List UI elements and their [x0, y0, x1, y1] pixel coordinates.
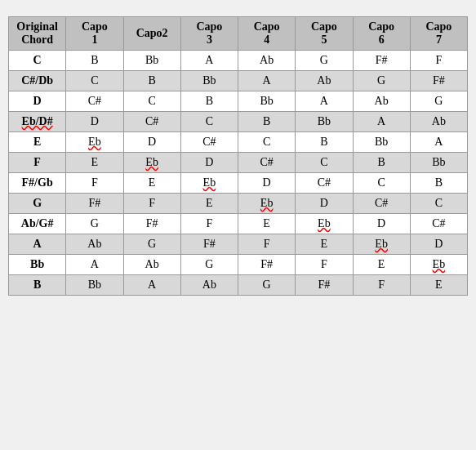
cell-row0-col3: Ab — [238, 51, 296, 71]
table-row: BbAAbGF#FEEb — [9, 255, 468, 275]
cell-row7-col1: F — [123, 194, 180, 214]
cell-row0-col0: B — [66, 51, 123, 71]
cell-row0-col1: Bb — [123, 51, 180, 71]
cell-row5-col2: D — [180, 153, 238, 173]
cell-row10-col1: Ab — [123, 255, 180, 275]
table-row: GF#FEEbDC#C — [9, 194, 468, 214]
cell-row1-col3: A — [238, 71, 296, 91]
cell-row0-col4: G — [296, 51, 353, 71]
table-row: CBBbAAbGF#F — [9, 51, 468, 71]
cell-original-0: C — [9, 51, 66, 71]
cell-row11-col3: G — [238, 275, 296, 296]
cell-row11-col4: F# — [296, 275, 353, 296]
header-original-chord: OriginalChord — [9, 17, 66, 51]
table-row: EEbDC#CBBbA — [9, 132, 468, 153]
table-row: F#/GbFEEbDC#CB — [9, 173, 468, 194]
header-capo-4: Capo4 — [238, 17, 296, 51]
cell-original-4: E — [9, 132, 66, 153]
cell-row4-col2: C# — [180, 132, 238, 153]
cell-row8-col1: F# — [123, 214, 180, 234]
cell-row10-col3: F# — [238, 255, 296, 275]
cell-row11-col1: A — [123, 275, 180, 296]
cell-row7-col4: D — [296, 194, 353, 214]
cell-original-9: A — [9, 234, 66, 255]
cell-row10-col0: A — [66, 255, 123, 275]
cell-original-3: Eb/D# — [9, 112, 66, 132]
table-row: Ab/G#GF#FEEbDC# — [9, 214, 468, 234]
cell-row7-col0: F# — [66, 194, 123, 214]
transposition-table: OriginalChordCapo1Capo2Capo3Capo4Capo5Ca… — [8, 16, 468, 296]
cell-row7-col6: C — [410, 194, 467, 214]
cell-original-8: Ab/G# — [9, 214, 66, 234]
cell-row2-col6: G — [410, 91, 467, 112]
cell-row11-col5: F — [353, 275, 410, 296]
cell-row1-col1: B — [123, 71, 180, 91]
cell-row6-col6: B — [410, 173, 467, 194]
cell-row6-col0: F — [66, 173, 123, 194]
cell-row5-col0: E — [66, 153, 123, 173]
cell-original-6: F#/Gb — [9, 173, 66, 194]
cell-row3-col0: D — [66, 112, 123, 132]
cell-original-11: B — [9, 275, 66, 296]
cell-row4-col0: Eb — [66, 132, 123, 153]
header-capo-3: Capo3 — [180, 17, 238, 51]
cell-original-10: Bb — [9, 255, 66, 275]
cell-row2-col5: Ab — [353, 91, 410, 112]
cell-row8-col2: F — [180, 214, 238, 234]
cell-row5-col5: B — [353, 153, 410, 173]
cell-row5-col3: C# — [238, 153, 296, 173]
cell-row2-col3: Bb — [238, 91, 296, 112]
cell-row11-col6: E — [410, 275, 467, 296]
header-capo-6: Capo6 — [353, 17, 410, 51]
cell-row6-col5: C — [353, 173, 410, 194]
cell-row1-col0: C — [66, 71, 123, 91]
cell-row4-col4: B — [296, 132, 353, 153]
cell-row3-col2: C — [180, 112, 238, 132]
table-row: DC#CBBbAAbG — [9, 91, 468, 112]
cell-row0-col2: A — [180, 51, 238, 71]
cell-row9-col4: E — [296, 234, 353, 255]
cell-row2-col4: A — [296, 91, 353, 112]
cell-row6-col2: Eb — [180, 173, 238, 194]
cell-row9-col6: D — [410, 234, 467, 255]
cell-row2-col2: B — [180, 91, 238, 112]
cell-row0-col6: F — [410, 51, 467, 71]
table-row: FEEbDC#CBBb — [9, 153, 468, 173]
cell-row8-col4: Eb — [296, 214, 353, 234]
cell-original-1: C#/Db — [9, 71, 66, 91]
cell-row4-col3: C — [238, 132, 296, 153]
cell-row10-col5: E — [353, 255, 410, 275]
cell-row4-col6: A — [410, 132, 467, 153]
cell-row6-col4: C# — [296, 173, 353, 194]
cell-row8-col0: G — [66, 214, 123, 234]
header-capo-7: Capo7 — [410, 17, 467, 51]
cell-row7-col5: C# — [353, 194, 410, 214]
cell-row9-col1: G — [123, 234, 180, 255]
cell-row3-col3: B — [238, 112, 296, 132]
cell-original-5: F — [9, 153, 66, 173]
table-row: BBbAAbGF#FE — [9, 275, 468, 296]
header-capo-5: Capo5 — [296, 17, 353, 51]
cell-row8-col5: D — [353, 214, 410, 234]
cell-row7-col2: E — [180, 194, 238, 214]
header-capo-1: Capo1 — [66, 17, 123, 51]
cell-row3-col6: Ab — [410, 112, 467, 132]
cell-row10-col6: Eb — [410, 255, 467, 275]
cell-row6-col1: E — [123, 173, 180, 194]
cell-row1-col6: F# — [410, 71, 467, 91]
table-row: C#/DbCBBbAAbGF# — [9, 71, 468, 91]
cell-row2-col1: C — [123, 91, 180, 112]
cell-row9-col0: Ab — [66, 234, 123, 255]
cell-row4-col1: D — [123, 132, 180, 153]
table-row: Eb/D#DC#CBBbAAb — [9, 112, 468, 132]
cell-row10-col2: G — [180, 255, 238, 275]
cell-row4-col5: Bb — [353, 132, 410, 153]
cell-row10-col4: F — [296, 255, 353, 275]
cell-original-7: G — [9, 194, 66, 214]
table-row: AAbGF#FEEbD — [9, 234, 468, 255]
cell-row8-col6: C# — [410, 214, 467, 234]
cell-row9-col2: F# — [180, 234, 238, 255]
cell-row1-col5: G — [353, 71, 410, 91]
cell-row2-col0: C# — [66, 91, 123, 112]
cell-row9-col3: F — [238, 234, 296, 255]
